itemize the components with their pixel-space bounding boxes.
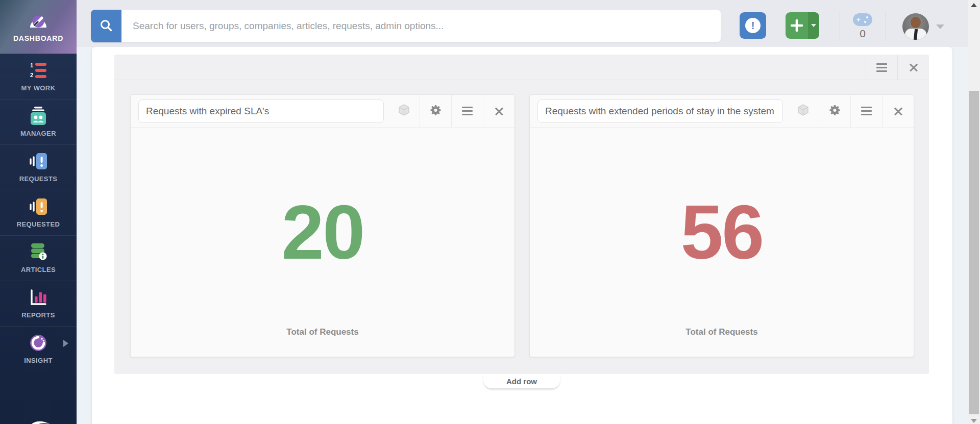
scroll-down-icon[interactable] <box>971 419 977 423</box>
submenu-arrow-icon[interactable] <box>63 340 68 347</box>
search-icon <box>99 18 113 34</box>
gear-icon <box>829 104 841 118</box>
menu-icon <box>861 107 872 115</box>
sidebar-item-manager[interactable]: MANAGER <box>0 99 77 144</box>
cube-icon <box>398 104 410 118</box>
page-scrollbar <box>968 0 980 424</box>
kpi-value: 56 <box>681 194 763 270</box>
sidebar-item-requests[interactable]: REQUESTS <box>0 144 77 190</box>
chevron-down-icon <box>811 24 816 27</box>
bar-chart-icon <box>28 288 48 307</box>
insight-gauge-icon <box>29 334 47 352</box>
search-input[interactable] <box>121 10 721 42</box>
sidebar-item-label: REQUESTED <box>17 220 60 228</box>
sidebar-item-reports[interactable]: REPORTS <box>0 281 77 326</box>
sidebar-item-insight[interactable]: INSIGHT <box>0 326 77 371</box>
widget-menu-button[interactable] <box>451 95 483 127</box>
sidebar-item-label: REQUESTS <box>19 175 58 183</box>
brand-logo <box>27 417 51 424</box>
widget-body: 56 Total of Requests <box>530 128 914 357</box>
widget-body: 20 Total of Requests <box>131 128 514 357</box>
sidebar-item-label: MY WORK <box>21 84 56 92</box>
sidebar-item-label: DASHBOARD <box>13 34 63 42</box>
widget-cube-button[interactable] <box>388 95 420 127</box>
kpi-caption: Total of Requests <box>131 327 514 337</box>
widget-title-input[interactable] <box>537 99 783 123</box>
gamification-coins[interactable]: + 0 <box>847 13 878 40</box>
search-button[interactable] <box>91 10 121 42</box>
sidebar-item-label: INSIGHT <box>24 357 53 364</box>
gauge-icon <box>28 11 48 30</box>
sidebar-item-dashboard[interactable]: DASHBOARD <box>0 0 77 54</box>
widget-cube-button[interactable] <box>787 95 819 127</box>
user-menu[interactable] <box>902 13 944 40</box>
add-row-button[interactable]: Add row <box>483 374 560 388</box>
global-search <box>91 10 721 42</box>
manager-people-icon <box>28 107 48 125</box>
avatar <box>902 13 929 40</box>
request-alert-orange-icon <box>28 197 48 216</box>
close-icon <box>495 107 504 116</box>
row-menu-button[interactable] <box>866 55 897 80</box>
widget-close-button[interactable] <box>483 95 514 127</box>
widget-menu-button[interactable] <box>850 95 882 127</box>
gear-icon <box>430 104 442 118</box>
create-dropdown-toggle[interactable] <box>808 12 819 39</box>
sidebar-item-label: ARTICLES <box>21 266 56 273</box>
top-toolbar: ! + 0 <box>77 0 968 47</box>
widget-header <box>131 95 514 128</box>
widget-extended-stay: 56 Total of Requests <box>529 94 914 357</box>
toolbar-divider <box>840 11 840 41</box>
widget-title-input[interactable] <box>138 99 384 123</box>
exclamation-icon: ! <box>745 18 761 33</box>
row-header <box>114 55 929 80</box>
chevron-down-icon <box>936 24 944 29</box>
toolbar-divider <box>886 11 886 41</box>
row-close-button[interactable] <box>897 55 929 80</box>
sidebar-item-my-work[interactable]: 12 MY WORK <box>0 54 77 99</box>
sidebar: DASHBOARD 12 MY WORK MANAGER <box>0 0 77 424</box>
numbered-list-icon: 12 <box>30 61 46 80</box>
widget-expired-sla: 20 Total of Requests <box>130 94 515 357</box>
widget-header <box>530 95 914 128</box>
widget-settings-button[interactable] <box>819 95 850 127</box>
sidebar-item-label: MANAGER <box>20 130 56 137</box>
kpi-value: 20 <box>282 194 364 270</box>
widget-settings-button[interactable] <box>420 95 451 127</box>
main-panel: 20 Total of Requests <box>92 47 952 424</box>
create-new-button[interactable] <box>786 12 819 39</box>
scrollbar-thumb[interactable] <box>969 91 979 414</box>
coins-count: 0 <box>847 28 878 40</box>
dashboard-row: 20 Total of Requests <box>114 55 929 374</box>
scroll-up-icon[interactable] <box>971 3 977 7</box>
menu-icon <box>876 63 887 72</box>
kpi-caption: Total of Requests <box>530 327 914 337</box>
plus-icon <box>786 12 808 39</box>
request-alert-blue-icon <box>28 152 48 170</box>
knowledge-database-icon <box>28 243 48 261</box>
menu-icon <box>462 107 473 115</box>
close-icon <box>894 107 903 116</box>
sidebar-item-label: REPORTS <box>21 311 55 319</box>
sidebar-item-requested[interactable]: REQUESTED <box>0 190 77 235</box>
game-coins-icon: + <box>853 13 872 26</box>
widget-close-button[interactable] <box>882 95 914 127</box>
alert-button[interactable]: ! <box>740 12 766 39</box>
cube-icon <box>797 104 810 118</box>
sidebar-item-articles[interactable]: ARTICLES <box>0 235 77 281</box>
close-icon <box>909 63 918 72</box>
